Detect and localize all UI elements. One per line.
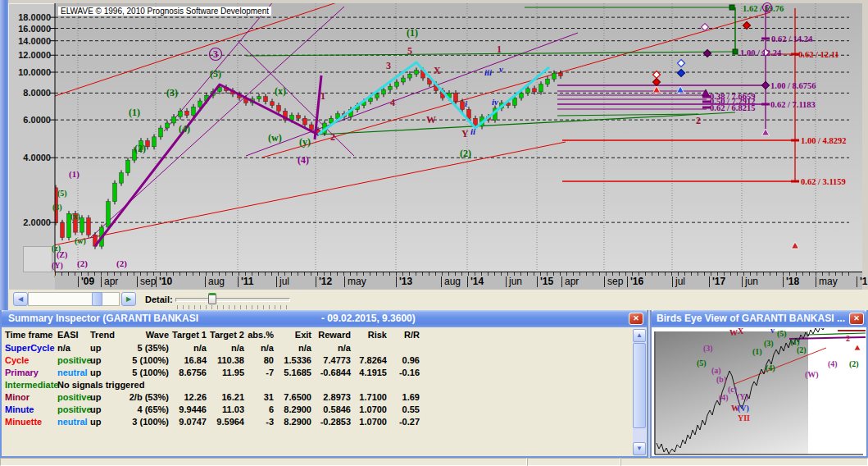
table-row[interactable]: SuperCyclen/aup5 (35%)n/an/an/an/an/a xyxy=(5,343,421,355)
detail-slider[interactable] xyxy=(175,298,290,302)
svg-text:(x): (x) xyxy=(70,212,80,222)
table-cell: n/a xyxy=(246,343,275,355)
table-cell: 31 xyxy=(246,392,275,404)
time-tick-label: '18 xyxy=(783,276,799,287)
table-cell: 7.6500 xyxy=(275,392,313,404)
close-icon[interactable]: ✕ xyxy=(629,313,643,325)
svg-text:1.00 / 4.8292: 1.00 / 4.8292 xyxy=(801,136,846,145)
table-cell: neutral xyxy=(57,417,90,429)
birds-eye-title-dots: ... xyxy=(837,310,845,327)
table-cell: n/a xyxy=(170,343,208,355)
summary-scrollbar[interactable]: ▲ ▼ xyxy=(633,329,646,455)
svg-text:0.62 / 3.1159: 0.62 / 3.1159 xyxy=(801,177,846,186)
scroll-down-icon[interactable]: ▼ xyxy=(633,442,646,455)
table-row[interactable]: Cyclepositiveup5 (100%)16.84110.38801.53… xyxy=(5,355,421,368)
birds-eye-wave-label: (4) xyxy=(828,359,838,369)
scroll-right-icon[interactable]: ▶ xyxy=(121,292,136,306)
scroll-left-icon[interactable]: ◀ xyxy=(13,292,28,306)
svg-text:1.00 / 12.24: 1.00 / 12.24 xyxy=(740,48,782,57)
table-cell: 5 (100%) xyxy=(123,368,170,380)
table-cell: 12.26 xyxy=(170,392,208,404)
table-cell: 16.21 xyxy=(208,392,246,404)
time-tick-label: '11 xyxy=(238,276,254,287)
svg-text:2: 2 xyxy=(696,115,701,126)
birds-eye-title: Birds Eye View of GARANTI BANKASI xyxy=(657,310,834,327)
svg-text:3: 3 xyxy=(386,60,391,71)
table-header-row[interactable]: Time frameEASITrendWaveTarget 1Target 2a… xyxy=(5,330,421,342)
birds-eye-wave-label: v xyxy=(770,328,775,335)
svg-text:0.62 / 7.1183: 0.62 / 7.1183 xyxy=(770,100,816,109)
table-cell: positive xyxy=(57,404,90,417)
table-cell: R/R xyxy=(389,330,421,342)
table-cell: 11.95 xyxy=(208,368,246,380)
chart-toolbar xyxy=(8,290,868,310)
svg-text:0.62 / 12.11: 0.62 / 12.11 xyxy=(798,50,839,59)
svg-text:0.62 / 14.24: 0.62 / 14.24 xyxy=(771,34,813,43)
summary-scrollbar-thumb[interactable] xyxy=(633,343,646,428)
status-cell xyxy=(0,458,527,466)
svg-text:(1): (1) xyxy=(69,169,80,180)
birds-eye-chart[interactable]: WX(5)v(3)(5)(1)(3)(4)(1)(2)(W)(a)(b)(4)(… xyxy=(650,328,866,458)
table-row[interactable]: Minutepositiveup4 (65%)9.944611.0368.290… xyxy=(5,404,421,417)
time-tick-label: jul xyxy=(672,276,685,287)
table-cell: Reward xyxy=(313,330,352,342)
table-cell: 7.4773 xyxy=(313,355,352,368)
table-cell: Cycle xyxy=(5,355,57,368)
table-cell: 9.0747 xyxy=(170,417,208,429)
table-row[interactable]: IntermediateNo signals triggered xyxy=(5,380,421,392)
birds-eye-wave-label: (V) xyxy=(738,404,749,413)
table-cell: Time frame xyxy=(5,330,57,342)
table-cell: 1.69 xyxy=(389,392,421,404)
table-cell: abs.% xyxy=(246,330,275,342)
birds-eye-wave-label: YII xyxy=(738,413,750,423)
table-cell: 80 xyxy=(246,355,275,368)
table-cell: 1.5336 xyxy=(275,355,313,368)
svg-text:(4): (4) xyxy=(298,154,309,166)
svg-text:0.62 / 6.8215: 0.62 / 6.8215 xyxy=(710,103,755,112)
scroll-up-icon[interactable]: ▲ xyxy=(633,329,646,342)
time-tick-label: '1 xyxy=(857,276,868,287)
table-cell: n/a xyxy=(275,343,313,355)
table-row[interactable]: Minorpositiveup2/b (53%)12.2616.21317.65… xyxy=(5,392,421,404)
table-cell: 9.5964 xyxy=(208,417,246,429)
svg-text:Y: Y xyxy=(461,128,469,139)
svg-text:ii: ii xyxy=(470,126,476,136)
horizontal-scrollbar[interactable] xyxy=(28,292,120,306)
time-tick-label: '17 xyxy=(709,276,725,287)
summary-table-area: Time frameEASITrendWaveTarget 1Target 2a… xyxy=(2,327,647,456)
time-tick-label: may xyxy=(816,276,838,287)
table-cell: positive xyxy=(57,392,90,404)
svg-text:iii: iii xyxy=(484,67,493,77)
summary-titlebar[interactable]: Summary Inspector (GARANTI BANKASI - 09.… xyxy=(2,310,647,327)
table-cell: 4 (65%) xyxy=(123,404,170,417)
table-note: No signals triggered xyxy=(57,380,421,392)
table-row[interactable]: Primaryneutralup5 (100%)8.675611.95-75.1… xyxy=(5,368,421,380)
table-cell: -0.16 xyxy=(389,368,421,380)
close-icon[interactable]: ✕ xyxy=(849,313,864,325)
table-cell: 2/b (53%) xyxy=(123,392,170,404)
svg-text:1: 1 xyxy=(497,43,502,55)
elwave-application: 18.000016.000014.000012.000010.00008.000… xyxy=(0,0,868,466)
birds-eye-wave-label: (4) xyxy=(719,393,729,403)
birds-eye-titlebar[interactable]: Birds Eye View of GARANTI BANKASI ... ✕ xyxy=(652,310,866,327)
table-row[interactable]: Minuetteneutralup3 (100%)9.07479.5964-38… xyxy=(5,417,421,429)
summary-title: Summary Inspector (GARANTI BANKASI xyxy=(8,310,198,327)
svg-text:(3): (3) xyxy=(166,87,178,98)
table-cell: Trend xyxy=(90,330,123,342)
table-cell: -0.27 xyxy=(389,417,421,429)
table-cell: Wave xyxy=(123,330,170,342)
birds-eye-wave-label: 2 xyxy=(846,334,850,343)
birds-eye-wave-label: X xyxy=(738,328,744,336)
table-cell: 9.9446 xyxy=(170,404,208,417)
table-cell: 1.0700 xyxy=(352,404,389,417)
svg-text:5: 5 xyxy=(766,3,770,12)
birds-eye-wave-label: (Y) xyxy=(737,392,748,402)
svg-text:1: 1 xyxy=(320,90,325,102)
time-tick-label: apr xyxy=(101,276,118,287)
detail-slider-thumb[interactable] xyxy=(208,293,216,304)
horizontal-scrollbar-thumb[interactable] xyxy=(92,292,102,306)
status-cell xyxy=(527,458,620,466)
birds-eye-wave-label: (4) xyxy=(766,363,775,373)
svg-text:(w): (w) xyxy=(268,132,282,144)
svg-text:2: 2 xyxy=(330,131,335,143)
